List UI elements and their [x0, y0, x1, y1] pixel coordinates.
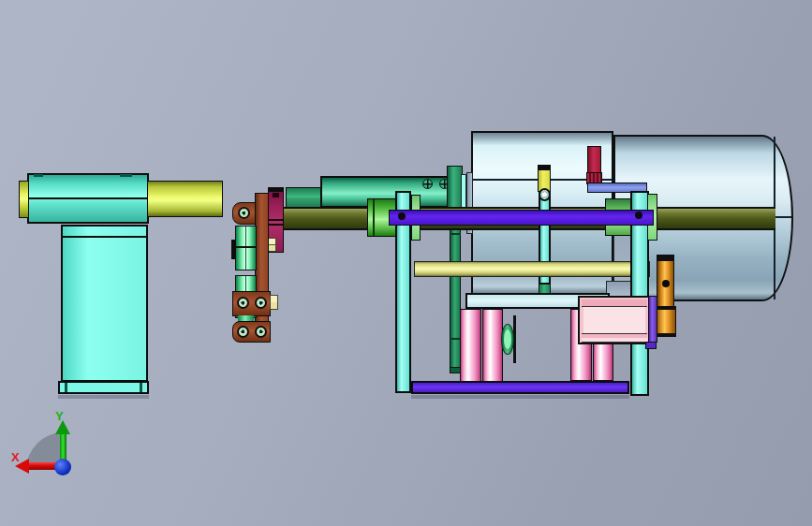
gearbox-bottom-band-2 — [582, 338, 647, 343]
left-cylinder-slot-1 — [34, 174, 43, 177]
feed-roller-1[interactable] — [460, 309, 481, 382]
block-screw-icon — [237, 297, 249, 309]
crank-pin — [662, 280, 670, 287]
frame-base-beam[interactable] — [411, 381, 629, 394]
beam-bolt-hole — [398, 212, 406, 220]
pedestal-seam — [62, 236, 147, 238]
pedestal-base-tab-right — [140, 383, 142, 392]
gearbox-side-plate-foot — [645, 342, 657, 349]
gearbox-face — [583, 307, 645, 333]
z-axis-origin-icon — [54, 459, 71, 475]
x-axis-label: X — [11, 451, 20, 463]
block-bolt-tab — [270, 295, 278, 310]
crank-hub[interactable] — [655, 306, 676, 337]
left-unit-output-shaft[interactable] — [147, 181, 223, 217]
pedestal-base-plate[interactable] — [58, 381, 149, 394]
crimson-stop-bar[interactable] — [587, 146, 601, 174]
feed-roller-2[interactable] — [482, 309, 503, 382]
key-screw-icon — [539, 188, 551, 201]
lug-screw-icon — [237, 326, 249, 338]
frame-top-beam[interactable] — [389, 210, 654, 226]
coupling-seam — [373, 199, 375, 236]
cross-shaft[interactable] — [414, 261, 650, 277]
gearbox-side-plate[interactable] — [648, 296, 657, 343]
left-cylinder-seam — [28, 197, 148, 199]
guide-pulley-1[interactable] — [235, 226, 257, 247]
motor-mount-bars[interactable] — [286, 187, 321, 208]
magenta-clamp-cap — [268, 187, 284, 192]
belt-pulley-hub — [504, 329, 511, 349]
magenta-clamp-seam-1 — [268, 219, 284, 221]
pedestal-base-tab-left — [65, 383, 67, 392]
pedestal-stand[interactable] — [61, 225, 148, 382]
pink-gearbox[interactable] — [578, 296, 651, 344]
lug-screw-icon — [238, 207, 250, 219]
y-axis-label: Y — [55, 410, 64, 422]
left-cylinder-end-cap[interactable] — [19, 181, 29, 218]
guide-pulley-2[interactable] — [235, 247, 257, 270]
motor-mount-bar-top — [287, 188, 320, 198]
magenta-clamp-slot — [273, 193, 279, 197]
left-cylinder-slot-2 — [120, 174, 132, 177]
capsule-axis-seam — [775, 216, 791, 218]
lug-screw-icon — [255, 326, 267, 338]
pulley-axle — [231, 240, 235, 259]
crank-rod-cap — [657, 255, 674, 261]
magenta-clamp-seam-2 — [268, 224, 284, 226]
belt-disc-seam-1 — [450, 233, 461, 235]
pedestal-shadow — [58, 395, 149, 399]
beam-bolt-hole — [635, 212, 642, 219]
motor-mount-bar-bottom — [287, 197, 320, 207]
block-screw-icon — [255, 297, 267, 309]
motor-screw-icon — [422, 179, 433, 189]
gearbox-top-band — [582, 300, 647, 307]
gray-step-bracket[interactable] — [606, 281, 631, 297]
base-beam-shadow — [411, 395, 629, 399]
tensioner-arm-bar[interactable] — [255, 193, 269, 343]
cad-viewport-canvas[interactable]: X Y — [0, 0, 812, 526]
